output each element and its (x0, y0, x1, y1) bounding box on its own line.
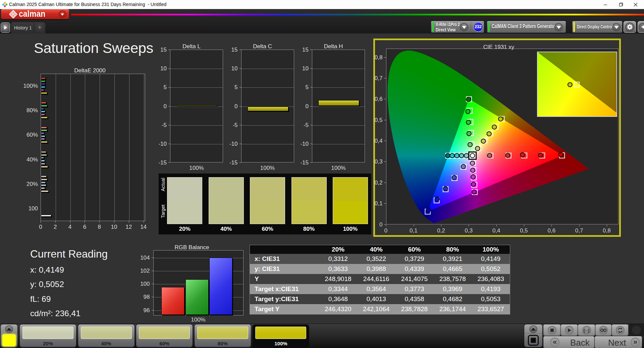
deltae-bar-cyan (41, 111, 45, 113)
table-cell: 246,4320 (319, 304, 357, 314)
display-control-selector[interactable]: Direct Display Control (572, 21, 622, 33)
cie-x-label: 0,8 (600, 228, 613, 233)
bottom-toolbar: 20%40%60%80%100% [··] (0, 324, 644, 348)
read-continuous-button[interactable] (595, 325, 611, 336)
pattern-button-20%[interactable]: 20% (20, 325, 76, 347)
play-button[interactable] (561, 325, 578, 336)
collapse-panel-button[interactable] (638, 21, 644, 33)
gridline (312, 69, 365, 69)
calman-menu-button[interactable]: calman (1, 9, 69, 19)
meter-badge[interactable]: 232 (473, 22, 483, 32)
source-dropdown-arrow[interactable] (554, 23, 563, 31)
cie-y-label: 0,5 (370, 117, 383, 123)
add-tab-button[interactable]: + (34, 22, 45, 33)
gridline (241, 69, 294, 69)
current-reading-line: x: 0,4149 (30, 266, 64, 274)
read-series-button[interactable]: [··] (578, 325, 595, 336)
stop-icon (550, 328, 554, 332)
refresh-button[interactable] (612, 325, 628, 336)
minimize-button[interactable] (598, 0, 613, 9)
pattern-button-40%[interactable]: 40% (78, 325, 135, 347)
table-cell: 0,4358 (395, 294, 434, 304)
source-status-stripe (488, 22, 490, 32)
tab-history-1[interactable]: History 1 + (11, 22, 45, 33)
table-header-cell (250, 245, 319, 254)
back-button[interactable]: « Back (543, 336, 594, 348)
cie-y-label: 0,6 (370, 96, 383, 102)
pattern-window-panel[interactable] (524, 325, 542, 347)
calman-diamond-icon (9, 10, 17, 18)
table-header-cell: 60% (395, 245, 434, 254)
cie-chart-title: CIE 1931 xy (483, 44, 515, 51)
table-cell: 0,3648 (319, 294, 357, 304)
cie-y-label: 0,8 (370, 55, 383, 60)
cie-x-label: 0 (379, 228, 393, 233)
current-reading-line: cd/m²: 236,41 (30, 309, 80, 318)
deltae-bar-red (41, 176, 47, 178)
tick (168, 68, 170, 69)
close-icon (634, 3, 638, 7)
table-header-cell: 40% (357, 245, 395, 254)
settings-button[interactable] (624, 21, 636, 33)
deltae-bar-red (41, 127, 47, 129)
tick (239, 87, 241, 87)
tab-scroll-button[interactable] (1, 22, 10, 33)
deltae-x-label: 10 (109, 224, 119, 230)
swatch-40% (209, 177, 244, 224)
table-row-label: Target Y (250, 304, 319, 314)
tick (384, 183, 386, 183)
pattern-button-80%[interactable]: 80% (195, 325, 251, 347)
tick (579, 225, 580, 226)
current-pattern-panel[interactable] (1, 325, 17, 347)
disabled-button (629, 324, 644, 336)
meter-dropdown-arrow[interactable] (460, 23, 468, 31)
deltae-y-label: 60% (13, 132, 38, 138)
logo-caret-button[interactable] (59, 10, 66, 18)
tick (414, 225, 414, 226)
pattern-patch (139, 327, 190, 339)
pattern-popup-button[interactable] (5, 325, 13, 333)
deltae-y-label: 40% (13, 157, 38, 162)
deltae-y-label: 100% (13, 83, 38, 89)
delta_c-bar (248, 107, 288, 111)
tick (239, 50, 241, 50)
pattern-button-100%[interactable]: 100% (253, 325, 309, 347)
header-bar: calman History 1 + X-Rite i1Pro 2Direct … (0, 9, 644, 33)
tick (152, 310, 153, 310)
pattern-button-60%[interactable]: 60% (136, 325, 193, 347)
maximize-button[interactable] (613, 0, 629, 9)
tick (384, 57, 386, 58)
table-row: Target Y246,4320242,1064238,7828236,1744… (250, 304, 510, 314)
pattern-window-icon[interactable] (528, 335, 539, 346)
delta_l-y-label: -10 (154, 141, 167, 147)
deltae-title: DeltaE 2000 (74, 67, 106, 74)
meter-selector[interactable]: X-Rite i1Pro 2Direct View 232 (431, 21, 484, 33)
display-dropdown-arrow[interactable] (612, 23, 621, 31)
table-row-label: Target x:CIE31 (250, 284, 319, 294)
tick (239, 144, 241, 144)
delta_l-bar (176, 105, 217, 106)
swatch-label: 60% (250, 226, 285, 232)
swatch-100% (333, 177, 368, 224)
play-icon (4, 25, 7, 30)
rgb-y-label: 96 (137, 307, 150, 313)
delta_h-y-label: -10 (296, 141, 309, 147)
delta_h-y-label: 0 (296, 103, 309, 109)
stop-button[interactable] (543, 325, 560, 336)
close-button[interactable] (628, 0, 643, 9)
pattern-source-selector[interactable]: CalMAN Client 3 Pattern Generator (487, 21, 566, 33)
tick (239, 125, 241, 125)
pattern-window-popup-button[interactable] (529, 325, 537, 333)
table-cell: 248,9018 (319, 274, 357, 284)
deltae-x-label: 6 (79, 224, 90, 230)
next-button[interactable]: Next » (595, 336, 642, 348)
pattern-patch (255, 327, 306, 339)
delta_h-y-label: 5 (296, 84, 309, 90)
table-cell: 0,3344 (319, 284, 357, 294)
deltae-bar-magenta (41, 163, 45, 165)
title-bar: Calman 2025 Calman Ultimate for Business… (0, 0, 644, 9)
brand-name: calman (19, 9, 45, 19)
deltae-bar-green (41, 80, 45, 82)
target-row-label: Target (160, 211, 166, 218)
tick (168, 162, 170, 163)
